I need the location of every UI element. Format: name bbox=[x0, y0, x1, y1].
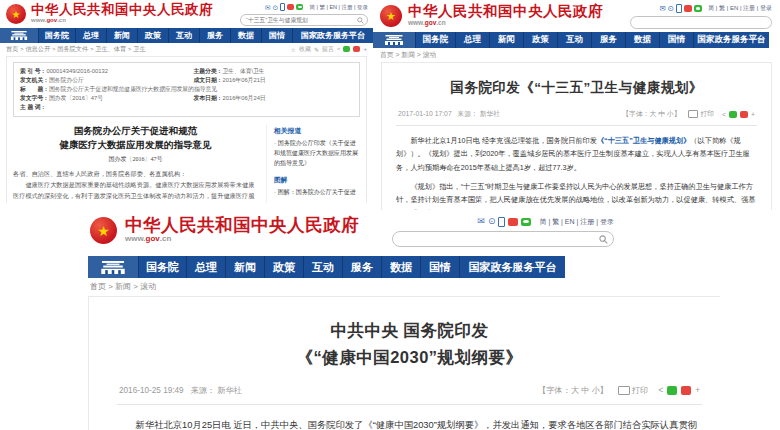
source-value[interactable]: 新华社 bbox=[480, 110, 500, 117]
article-body: 新华社北京1月10日电 经李克强总理签批，国务院日前印发《“十三五”卫生与健康规… bbox=[396, 134, 757, 210]
site-header: ★ 中华人民共和国中央人民政府 www.gov.cn ✉ ⊙ 简 | 繁 | E… bbox=[0, 0, 373, 28]
wechat-icon[interactable] bbox=[694, 5, 702, 12]
language-login-links[interactable]: 简 | 繁 | EN | 注册 | 登录 bbox=[539, 217, 614, 227]
nav-item-policy[interactable]: 政策 bbox=[264, 256, 303, 278]
share-icon[interactable]: < bbox=[337, 46, 341, 52]
weibo-share-icon[interactable] bbox=[740, 111, 748, 118]
nav-item-premier[interactable]: 总理 bbox=[186, 256, 225, 278]
mobile-icon[interactable] bbox=[676, 4, 682, 13]
share-icon[interactable]: < bbox=[722, 111, 726, 118]
article-date: 2016-10-25 19:49 bbox=[119, 386, 184, 395]
more-share-icon[interactable]: + bbox=[695, 386, 700, 395]
language-login-links[interactable]: 简 | 繁 | EN | 注册 | 登录 bbox=[708, 4, 772, 13]
breadcrumb[interactable]: 首页 > 新闻 > 滚动 bbox=[90, 281, 156, 292]
search-icon[interactable] bbox=[599, 235, 608, 244]
plan-link[interactable]: 《“十三五”卫生与健康规划》 bbox=[597, 136, 690, 145]
nav-item-policy[interactable]: 政策 bbox=[523, 32, 557, 48]
body-paragraph: 各省、自治区、直辖市人民政府，国务院各部委、各直属机构： bbox=[13, 169, 258, 180]
mail-icon[interactable]: ✉ bbox=[265, 4, 271, 11]
favorite-label[interactable]: 收藏 bbox=[299, 45, 311, 54]
feedback-pencil-icon[interactable]: ✎ bbox=[314, 46, 319, 53]
wechat-share-icon[interactable] bbox=[729, 111, 737, 118]
source-label: 来源： bbox=[190, 386, 215, 395]
site-header: ★ 中华人民共和国中央人民政府 www.gov.cn ✉ ⊙ 简 | 繁 | E… bbox=[60, 210, 720, 256]
print-icon[interactable] bbox=[618, 386, 630, 395]
infographic-link[interactable]: · 图解：国务院办公厅关于促进 bbox=[274, 188, 360, 198]
search-box bbox=[392, 231, 614, 247]
mobile-icon[interactable] bbox=[280, 3, 285, 11]
search-input[interactable] bbox=[244, 16, 357, 24]
weibo-share-icon[interactable] bbox=[353, 46, 360, 52]
nav-item-interact[interactable]: 互动 bbox=[557, 32, 591, 48]
nav-item-gov-service-platform[interactable]: 国家政务服务平台 bbox=[292, 28, 373, 43]
site-brand[interactable]: ★ 中华人民共和国中央人民政府 www.gov.cn bbox=[90, 216, 359, 244]
nav-item-news[interactable]: 新闻 bbox=[489, 32, 523, 48]
nav-home-tiananmen-icon[interactable] bbox=[0, 28, 38, 43]
mail-icon[interactable]: ✉ bbox=[660, 5, 666, 13]
header-quick-icons: ✉ ⊙ 简 | 繁 | EN | 注册 | 登录 bbox=[660, 4, 773, 13]
wechat-icon[interactable] bbox=[521, 218, 531, 226]
print-label[interactable]: 打印 bbox=[700, 109, 714, 119]
nav-item-news[interactable]: 新闻 bbox=[225, 256, 264, 278]
related-report-link[interactable]: · 国务院办公厅印发《关于促进和规范健康医疗大数据应用发展的指导意见》 bbox=[274, 139, 360, 169]
document-body: 各省、自治区、直辖市人民政府，国务院各部委、各直属机构： 健康医疗大数据是国家重… bbox=[13, 169, 258, 203]
nav-item-state-council[interactable]: 国务院 bbox=[38, 28, 75, 43]
site-title: 中华人民共和国中央人民政府 bbox=[125, 216, 359, 234]
nav-item-data[interactable]: 数据 bbox=[381, 256, 420, 278]
weibo-icon[interactable] bbox=[684, 5, 692, 12]
nav-item-interact[interactable]: 互动 bbox=[168, 28, 199, 43]
mail-icon[interactable]: ✉ bbox=[477, 217, 485, 226]
share-icon[interactable]: < bbox=[658, 386, 663, 395]
more-share-icon[interactable]: + bbox=[751, 111, 755, 118]
infographic-heading: 图解 bbox=[274, 175, 360, 185]
language-login-links[interactable]: 简 | 繁 | EN | 注册 | 登录 bbox=[309, 4, 368, 11]
article-content-box: 中共中央 国务院印发 《“健康中国2030”规划纲要》 2016-10-25 1… bbox=[88, 296, 720, 430]
nav-home-tiananmen-icon[interactable] bbox=[88, 256, 138, 278]
nav-item-services[interactable]: 服务 bbox=[199, 28, 230, 43]
header-quick-icons: ✉ ⊙ 简 | 繁 | EN | 注册 | 登录 bbox=[265, 3, 368, 11]
more-share-icon[interactable]: + bbox=[363, 46, 367, 52]
nav-item-news[interactable]: 新闻 bbox=[106, 28, 137, 43]
nav-item-country[interactable]: 国情 bbox=[659, 32, 693, 48]
breadcrumb[interactable]: 首页 > 新闻 > 滚动 bbox=[380, 50, 436, 60]
rss-icon[interactable]: ⊙ bbox=[273, 4, 279, 11]
nav-item-premier[interactable]: 总理 bbox=[455, 32, 489, 48]
weibo-icon[interactable] bbox=[508, 218, 518, 226]
nav-item-services[interactable]: 服务 bbox=[342, 256, 381, 278]
nav-item-state-council[interactable]: 国务院 bbox=[415, 32, 455, 48]
rss-icon[interactable]: ⊙ bbox=[488, 217, 496, 226]
nav-home-tiananmen-icon[interactable] bbox=[373, 32, 415, 48]
breadcrumb[interactable]: 首页 > 信息公开 > 国务院文件 > 卫生、体育 > 卫生 bbox=[6, 45, 146, 54]
site-brand[interactable]: ★ 中华人民共和国中央人民政府 www.gov.cn bbox=[5, 3, 213, 24]
nav-item-gov-service-platform[interactable]: 国家政务服务平台 bbox=[693, 32, 769, 48]
feedback-label[interactable]: 留言 bbox=[322, 45, 334, 54]
nav-item-country[interactable]: 国情 bbox=[420, 256, 459, 278]
favorite-star-icon[interactable]: ☆ bbox=[291, 46, 296, 53]
nav-item-services[interactable]: 服务 bbox=[591, 32, 625, 48]
wechat-share-icon[interactable] bbox=[343, 46, 350, 52]
weibo-icon[interactable] bbox=[287, 4, 294, 10]
search-input[interactable] bbox=[398, 231, 599, 248]
nav-item-country[interactable]: 国情 bbox=[261, 28, 292, 43]
nav-item-policy[interactable]: 政策 bbox=[137, 28, 168, 43]
wechat-icon[interactable] bbox=[296, 4, 303, 10]
nav-item-interact[interactable]: 互动 bbox=[303, 256, 342, 278]
nav-item-data[interactable]: 数据 bbox=[625, 32, 659, 48]
search-input[interactable] bbox=[635, 14, 780, 31]
nav-item-gov-service-platform[interactable]: 国家政务服务平台 bbox=[459, 256, 565, 278]
weibo-share-icon[interactable] bbox=[681, 386, 691, 395]
print-label[interactable]: 打印 bbox=[632, 385, 648, 396]
mobile-icon[interactable] bbox=[498, 217, 505, 227]
site-brand[interactable]: ★ 中华人民共和国中央人民政府 www.gov.cn bbox=[379, 4, 603, 27]
font-size-widget[interactable]: 【字体：大 中 小】 bbox=[622, 109, 680, 119]
print-icon[interactable] bbox=[688, 110, 698, 118]
rss-icon[interactable]: ⊙ bbox=[668, 5, 674, 13]
font-size-widget[interactable]: 【字体：大 中 小】 bbox=[538, 385, 608, 396]
search-icon[interactable] bbox=[357, 17, 364, 24]
nav-item-premier[interactable]: 总理 bbox=[75, 28, 106, 43]
nav-item-state-council[interactable]: 国务院 bbox=[138, 256, 186, 278]
nav-item-data[interactable]: 数据 bbox=[230, 28, 261, 43]
source-value[interactable]: 新华社 bbox=[217, 386, 242, 395]
wechat-share-icon[interactable] bbox=[667, 386, 677, 395]
meta-agency: 国务院办公厅 bbox=[49, 77, 84, 83]
